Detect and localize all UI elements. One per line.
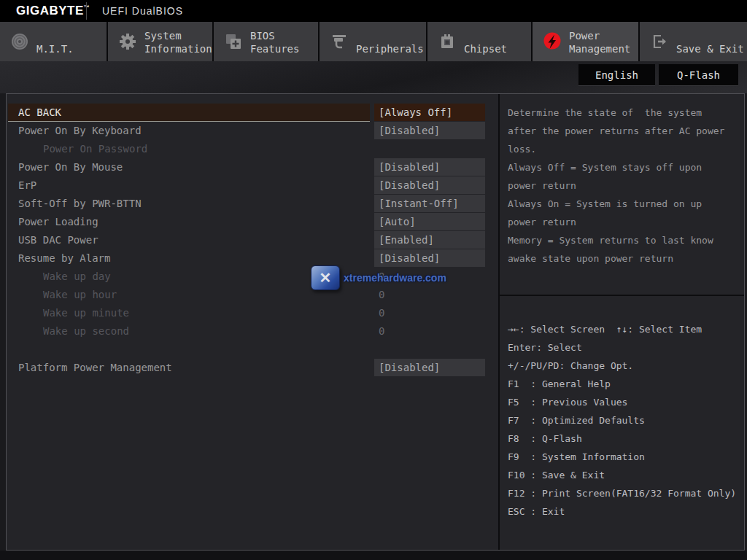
tab-mit[interactable]: M.I.T.	[0, 22, 108, 61]
tab-label: System Information	[144, 25, 212, 59]
spacer-row	[7, 341, 498, 359]
setting-value[interactable]: [Enabled]	[374, 231, 485, 249]
tab-chipset[interactable]: Chipset	[427, 22, 533, 61]
tab-bar: M.I.T. System Information BIOS Features …	[0, 22, 747, 61]
tab-system-information[interactable]: System Information	[108, 22, 214, 61]
main-panel: AC BACK [Always Off] Power On By Keyboar…	[6, 93, 745, 551]
setting-label: Power On Password	[7, 140, 371, 158]
help-pane: Determine the state of the system after …	[498, 94, 744, 550]
tab-label: Peripherals	[356, 25, 424, 59]
bottom-strip	[0, 551, 747, 560]
setting-label: Soft-Off by PWR-BTTN	[7, 195, 371, 213]
setting-row-power-on-keyboard[interactable]: Power On By Keyboard [Disabled]	[7, 122, 498, 140]
setting-row-wake-up-second: Wake up second 0	[7, 322, 498, 341]
lightning-bolt-icon	[542, 31, 562, 52]
setting-value[interactable]: [Instant-Off]	[374, 195, 485, 213]
tab-save-exit[interactable]: Save & Exit	[640, 22, 747, 61]
language-button[interactable]: English	[578, 64, 655, 86]
tab-label: Chipset	[464, 25, 507, 59]
setting-value: 0	[374, 304, 485, 322]
x-badge-icon: ✕	[311, 265, 340, 290]
firmware-title: UEFI DualBIOS	[102, 5, 183, 17]
header-divider	[86, 2, 87, 20]
exit-door-icon	[649, 31, 670, 52]
settings-list: AC BACK [Always Off] Power On By Keyboar…	[7, 94, 498, 550]
setting-label	[7, 341, 371, 359]
setting-value[interactable]: [Auto]	[374, 213, 485, 231]
setting-row-ac-back[interactable]: AC BACK [Always Off]	[7, 104, 498, 122]
trademark-symbol: ™	[84, 4, 90, 11]
setting-row-power-on-password: Power On Password	[7, 140, 498, 158]
tab-peripherals[interactable]: Peripherals	[320, 22, 427, 61]
setting-value[interactable]: [Disabled]	[374, 122, 485, 140]
setting-row-soft-off[interactable]: Soft-Off by PWR-BTTN [Instant-Off]	[7, 195, 498, 213]
qflash-button[interactable]: Q-Flash	[659, 64, 738, 86]
watermark: ✕ xtremehardware.com	[311, 265, 446, 290]
gigabyte-logo: GIGABYTE™	[16, 4, 90, 18]
device-cable-icon	[329, 31, 349, 52]
setting-label: Wake up second	[7, 322, 371, 341]
help-text: Determine the state of the system after …	[508, 104, 740, 268]
setting-value[interactable]: [Disabled]	[374, 176, 485, 195]
bios-screen: GIGABYTE™ UEFI DualBIOS M.I.T. System In…	[0, 0, 747, 560]
help-divider	[500, 295, 744, 296]
setting-row-power-loading[interactable]: Power Loading [Auto]	[7, 213, 498, 231]
setting-label: Platform Power Management	[7, 359, 371, 377]
setting-row-erp[interactable]: ErP [Disabled]	[7, 176, 498, 195]
setting-label: AC BACK	[8, 104, 370, 122]
tab-label: Save & Exit	[676, 25, 744, 59]
top-bar: GIGABYTE™ UEFI DualBIOS	[0, 0, 747, 22]
key-legend: →←: Select Screen ↑↓: Select Item Enter:…	[508, 320, 742, 521]
tab-label: M.I.T.	[36, 25, 74, 59]
setting-row-usb-dac-power[interactable]: USB DAC Power [Enabled]	[7, 231, 498, 249]
setting-value: 0	[374, 322, 485, 341]
setting-label: Power Loading	[7, 213, 371, 231]
chip-icon	[437, 31, 457, 52]
setting-label: Power On By Mouse	[7, 158, 371, 176]
dial-icon	[9, 31, 30, 52]
tab-bios-features[interactable]: BIOS Features	[214, 22, 320, 61]
tab-label: Power Management	[569, 25, 638, 59]
setting-value[interactable]: [Disabled]	[374, 359, 485, 377]
setting-label: ErP	[7, 176, 371, 195]
setting-label: Power On By Keyboard	[7, 122, 371, 140]
setting-row-wake-up-minute: Wake up minute 0	[7, 304, 498, 322]
setting-row-platform-power-management[interactable]: Platform Power Management [Disabled]	[7, 359, 498, 377]
sub-band: English Q-Flash	[0, 61, 747, 93]
folders-plus-icon	[223, 31, 244, 52]
setting-value[interactable]: [Always Off]	[374, 104, 485, 122]
watermark-text: xtremehardware.com	[344, 272, 446, 284]
setting-row-power-on-mouse[interactable]: Power On By Mouse [Disabled]	[7, 158, 498, 176]
setting-label: Wake up minute	[7, 304, 371, 322]
tab-label: BIOS Features	[250, 25, 318, 59]
setting-value[interactable]: [Disabled]	[374, 158, 485, 176]
gear-icon	[117, 31, 138, 52]
setting-label: USB DAC Power	[7, 231, 371, 249]
tab-power-management[interactable]: Power Management	[533, 22, 640, 61]
